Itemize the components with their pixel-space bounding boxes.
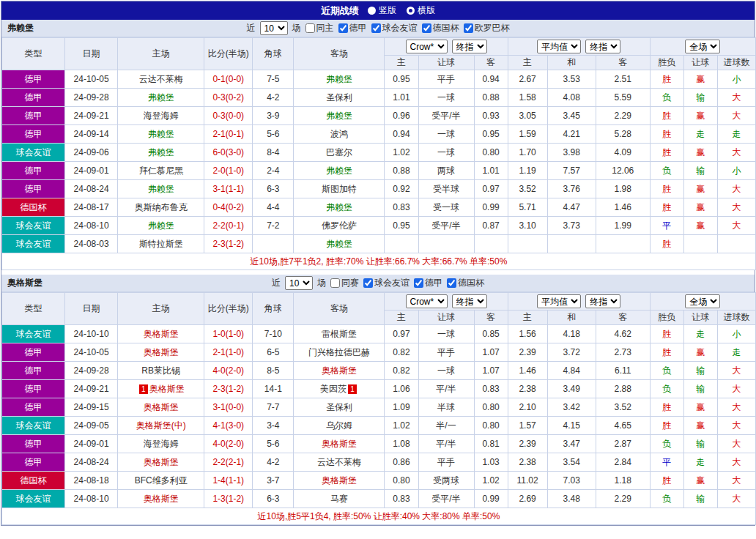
cell-league-type: 德甲 [2,89,65,107]
cell-corner: 3-4 [253,417,294,435]
cell-away-team: 圣保利 [294,398,385,417]
horizontal-layout-label: 横版 [418,4,435,17]
cell-odds-away: 0.93 [474,107,508,125]
odds-company-select[interactable]: Crow* [406,294,448,308]
cell-date: 24-09-21 [65,107,118,125]
league-filter[interactable]: 欧罗巴杯 [464,22,510,34]
cell-odds-home: 0.83 [385,198,418,217]
team-name: 弗赖堡 [148,220,174,231]
cell-europe-home: 2.39 [508,343,547,362]
league-filter-checkbox[interactable] [338,23,348,33]
asian-odds-group: Crow* 终指 [385,38,508,56]
cell-away-team: 雷根斯堡 [294,325,385,343]
league-filter-checkbox[interactable] [447,278,456,288]
red-card-badge: 1 [139,384,148,394]
league-filter[interactable]: 德甲 [414,277,442,289]
cell-odds-handicap: 平手 [418,453,474,472]
cell-league-type: 球会友谊 [2,217,65,235]
cell-odds-away: 0.80 [474,144,508,162]
cell-europe-draw: 4.08 [547,89,596,107]
cell-odds-home: 0.95 [385,70,418,89]
league-filter[interactable]: 球会友谊 [371,22,418,34]
team-name: 海登海姆 [144,111,179,121]
cell-home-team: 海登海姆 [118,107,204,125]
cell-away-team: 佛罗伦萨 [294,217,385,235]
cell-europe-away: 12.06 [596,162,650,180]
match-row: 德甲24-09-28RB莱比锡4-0(2-0)8-5奥格斯堡0.82一球1.07… [2,362,756,380]
cell-home-team: 弗赖堡 [118,125,204,144]
league-filter-checkbox[interactable] [422,23,431,33]
same-filter-checkbox[interactable] [305,23,315,33]
cell-odds-away: 0.80 [474,417,508,435]
cell-result-handicap: 赢 [683,70,717,89]
league-filter[interactable]: 德国杯 [447,277,484,289]
league-filter-label: 德甲 [425,277,442,289]
cell-league-type: 德甲 [2,343,65,362]
cell-odds-away: 0.83 [474,380,508,398]
cell-league-type: 德甲 [2,453,65,472]
recent-count-select[interactable]: 10 [260,21,288,35]
cell-odds-handicap: 两球 [418,162,474,180]
europe-stage-select[interactable]: 终指 [585,294,620,308]
same-filter-checkbox[interactable] [330,278,340,288]
cell-away-team: 波鸿 [294,125,385,144]
cell-odds-home: 0.86 [385,453,418,472]
league-filter-checkbox[interactable] [464,23,473,33]
cell-result-handicap: 赢 [683,343,717,362]
cell-result-winlose: 胜 [650,417,683,435]
cell-europe-draw: 4.47 [547,198,596,217]
team-name: 巴塞尔 [326,147,352,157]
scope-select[interactable]: 全场 [685,294,720,308]
cell-result-winlose: 负 [650,162,683,180]
league-filter-checkbox[interactable] [414,278,423,288]
cell-corner: 7-10 [253,325,294,343]
col-away: 客场 [294,293,385,325]
cell-score: 2-2(0-1) [204,217,253,235]
cell-europe-away: 1.99 [596,217,650,235]
cell-away-team: 圣保利 [294,89,385,107]
filter-bar: 近10场同赛球会友谊德甲德国杯 [272,276,484,290]
vertical-layout-radio[interactable]: 竖版 [368,4,396,17]
cell-odds-home: 1.08 [385,435,418,453]
cell-odds-away: 0.94 [474,70,508,89]
cell-europe-home: 2.38 [508,380,547,398]
cell-result-handicap: 赢 [683,398,717,417]
col-date: 日期 [65,38,118,70]
cell-europe-home: 2.38 [508,453,547,472]
recent-count-select[interactable]: 10 [285,276,313,290]
horizontal-layout-radio[interactable]: 横版 [407,4,435,17]
europe-stage-select[interactable]: 终指 [585,40,620,53]
team-name: 弗赖堡 [326,202,352,212]
cell-league-type: 球会友谊 [2,235,65,253]
cell-europe-home: 1.59 [508,125,547,144]
match-row: 德甲24-09-01海登海姆4-0(2-0)5-6奥格斯堡1.08平/半0.81… [2,435,756,453]
odds-stage-select[interactable]: 终指 [452,40,487,53]
league-filter[interactable]: 德国杯 [422,22,459,34]
section-header: 奥格斯堡 近10场同赛球会友谊德甲德国杯 [1,275,755,292]
europe-company-select[interactable]: 平均值 [537,40,581,53]
league-filter[interactable]: 球会友谊 [363,277,410,289]
radio-selected-icon[interactable] [407,7,415,15]
cell-date: 24-08-10 [65,217,118,235]
same-filter[interactable]: 同主 [305,22,334,34]
same-filter[interactable]: 同赛 [330,277,359,289]
cell-league-type: 德国杯 [2,198,65,217]
cell-corner: 5-6 [253,125,294,144]
cell-date: 24-09-05 [65,417,118,435]
league-filter-checkbox[interactable] [363,278,373,288]
col-date: 日期 [65,293,118,325]
league-filter-checkbox[interactable] [371,23,381,33]
asian-odds-group: Crow* 终指 [385,293,508,311]
cell-date: 24-09-28 [65,89,118,107]
cell-odds-away: 1.07 [474,362,508,380]
cell-result-goals: 大 [717,453,755,472]
cell-home-team: 奥斯纳布鲁克 [118,198,204,217]
odds-company-select[interactable]: Crow* [406,40,448,53]
radio-icon[interactable] [368,7,376,15]
scope-select[interactable]: 全场 [685,40,720,53]
col-odds-handicap: 让球 [418,311,474,325]
cell-europe-draw: 3.49 [547,380,596,398]
europe-company-select[interactable]: 平均值 [537,294,581,308]
league-filter[interactable]: 德甲 [338,22,367,34]
odds-stage-select[interactable]: 终指 [452,294,487,308]
